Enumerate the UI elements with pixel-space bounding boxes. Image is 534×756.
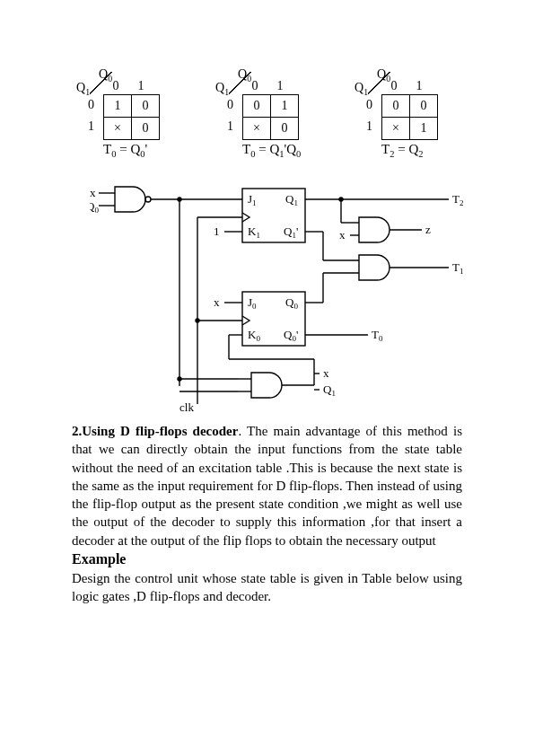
svg-text:J0: J0	[248, 295, 257, 311]
svg-text:x: x	[90, 186, 96, 199]
paragraph-example: Design the control unit whose state tabl…	[72, 569, 462, 606]
svg-text:Q1': Q1'	[284, 224, 298, 240]
svg-text:clk: clk	[179, 400, 194, 413]
svg-text:K1: K1	[248, 224, 260, 240]
kmap-row-labels: 01	[227, 94, 233, 137]
svg-text:Q1: Q1	[285, 192, 298, 207]
kmap-2: Q0 Q1 01 01 01 ×0 T0 = Q1'Q0	[211, 72, 323, 171]
svg-point-7	[178, 198, 181, 201]
svg-text:T2: T2	[452, 192, 463, 207]
svg-text:x: x	[323, 366, 329, 380]
kmap-row: Q0 Q1 01 01 10 ×0 T0 = Q0' Q0 Q1 01	[72, 72, 462, 171]
svg-text:x: x	[339, 228, 346, 242]
svg-text:K0: K0	[248, 328, 260, 343]
svg-point-55	[178, 377, 181, 381]
kmap-row-labels: 01	[88, 94, 94, 137]
circuit-svg: x Q0 J1 K1 Q1 Q1' 1 T2	[90, 180, 467, 413]
svg-text:z: z	[425, 223, 431, 236]
kmap-grid: 01 ×0	[242, 94, 299, 140]
svg-text:Q0: Q0	[285, 295, 298, 311]
kmap-col-labels: 01	[103, 79, 153, 93]
kmap-row-labels: 01	[366, 94, 372, 137]
svg-text:Q1: Q1	[323, 382, 336, 398]
kmap-caption: T0 = Q1'Q0	[242, 142, 301, 159]
kmap-col-labels: 01	[242, 79, 293, 93]
svg-text:T1: T1	[452, 260, 463, 276]
svg-text:x: x	[214, 295, 220, 309]
svg-point-0	[145, 197, 151, 202]
paragraph-method: 2.Using D flip-flops decoder. The main a…	[72, 422, 462, 549]
heading-example: Example	[72, 551, 462, 567]
kmap-1: Q0 Q1 01 01 10 ×0 T0 = Q0'	[72, 72, 184, 171]
svg-text:Q0: Q0	[90, 199, 99, 215]
svg-text:J1: J1	[248, 192, 257, 207]
svg-point-59	[196, 319, 199, 322]
page: Q0 Q1 01 01 10 ×0 T0 = Q0' Q0 Q1 01	[0, 0, 534, 605]
kmap-caption: T0 = Q0'	[103, 142, 147, 159]
kmap-grid: 00 ×1	[381, 94, 438, 140]
kmap-3: Q0 Q1 01 01 00 ×1 T2 = Q2	[350, 72, 462, 171]
kmap-grid: 10 ×0	[103, 94, 160, 140]
para-lead: 2.Using D flip-flops decoder	[72, 424, 238, 438]
kmap-col-labels: 01	[381, 79, 432, 93]
svg-text:1: 1	[214, 224, 220, 238]
svg-text:Q0': Q0'	[284, 328, 298, 343]
circuit-diagram: x Q0 J1 K1 Q1 Q1' 1 T2	[90, 180, 462, 413]
kmap-caption: T2 = Q2	[381, 142, 423, 159]
para-body: . The main advantage of this method is t…	[72, 424, 462, 548]
svg-text:T0: T0	[372, 328, 383, 343]
